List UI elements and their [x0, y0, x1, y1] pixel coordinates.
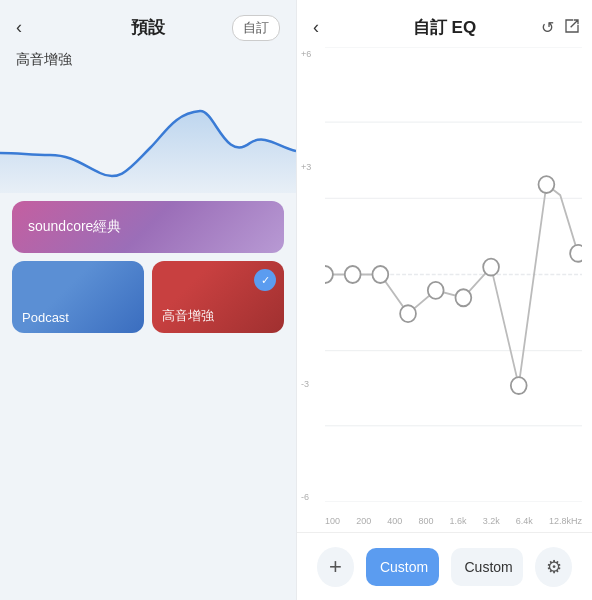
- custom-tab-active[interactable]: Custom: [366, 548, 439, 586]
- eq-node-8[interactable]: [539, 176, 555, 193]
- eq-node-3[interactable]: [400, 305, 416, 322]
- right-back-button[interactable]: ‹: [313, 17, 319, 38]
- x-label-12k8: 12.8kHz: [549, 516, 582, 526]
- section-label: 高音增強: [0, 47, 296, 69]
- left-panel-title: 預設: [131, 16, 165, 39]
- y-label-6n: -6: [301, 492, 311, 502]
- y-axis-labels: +6 +3 -3 -6: [301, 49, 311, 502]
- x-label-1k6: 1.6k: [450, 516, 467, 526]
- y-label-3p: +3: [301, 162, 311, 172]
- reset-button[interactable]: ↺: [541, 18, 554, 38]
- eq-node-1[interactable]: [345, 266, 361, 283]
- x-label-6k4: 6.4k: [516, 516, 533, 526]
- x-label-400: 400: [387, 516, 402, 526]
- left-back-button[interactable]: ‹: [16, 17, 22, 38]
- right-panel-title: 自訂 EQ: [413, 16, 476, 39]
- eq-node-9[interactable]: [570, 245, 582, 262]
- x-label-800: 800: [418, 516, 433, 526]
- left-panel: ‹ 預設 自訂 高音增強 soundcore經典 Podcast: [0, 0, 296, 600]
- settings-button[interactable]: ⚙: [535, 547, 572, 587]
- share-icon: [564, 18, 580, 34]
- eq-curve-svg: [0, 73, 296, 193]
- right-header-icons: ↺: [541, 18, 580, 38]
- check-icon: ✓: [261, 274, 270, 287]
- preset-soundcore[interactable]: soundcore經典: [12, 201, 284, 253]
- eq-node-5[interactable]: [455, 289, 471, 306]
- y-label-6p: +6: [301, 49, 311, 59]
- add-preset-button[interactable]: +: [317, 547, 354, 587]
- preset-bass-label: 高音增強: [162, 307, 214, 325]
- eq-chart-svg: [325, 47, 582, 502]
- eq-node-0[interactable]: [325, 266, 333, 283]
- preset-list: soundcore經典 Podcast 高音增強 ✓: [0, 193, 296, 600]
- gear-icon: ⚙: [546, 556, 562, 578]
- eq-chart-area: +6 +3 -3 -6 100 200 400 800 1.6k 3.2k 6.…: [297, 47, 592, 532]
- preset-podcast[interactable]: Podcast: [12, 261, 144, 333]
- eq-node-4[interactable]: [428, 282, 444, 299]
- y-label-3n: -3: [301, 379, 311, 389]
- plus-icon: +: [329, 554, 342, 580]
- curve-fill: [0, 111, 296, 193]
- x-axis-labels: 100 200 400 800 1.6k 3.2k 6.4k 12.8kHz: [325, 516, 582, 526]
- right-panel: ‹ 自訂 EQ ↺: [296, 0, 592, 600]
- eq-node-7[interactable]: [511, 377, 527, 394]
- eq-line: [325, 185, 578, 386]
- x-label-100: 100: [325, 516, 340, 526]
- x-label-3k2: 3.2k: [483, 516, 500, 526]
- eq-curve-area: [0, 73, 296, 193]
- preset-row: Podcast 高音增強 ✓: [12, 261, 284, 333]
- custom-tab-inactive[interactable]: Custom: [451, 548, 524, 586]
- preset-bass[interactable]: 高音增強 ✓: [152, 261, 284, 333]
- preset-soundcore-label: soundcore經典: [28, 218, 121, 236]
- share-button[interactable]: [564, 18, 580, 38]
- preset-podcast-label: Podcast: [22, 310, 69, 325]
- right-header: ‹ 自訂 EQ ↺: [297, 0, 592, 47]
- eq-node-2[interactable]: [372, 266, 388, 283]
- selected-check: ✓: [254, 269, 276, 291]
- eq-node-6[interactable]: [483, 259, 499, 276]
- left-header: ‹ 預設 自訂: [0, 0, 296, 47]
- custom-button[interactable]: 自訂: [232, 15, 280, 41]
- x-label-200: 200: [356, 516, 371, 526]
- bottom-bar: + Custom Custom ⚙: [297, 532, 592, 600]
